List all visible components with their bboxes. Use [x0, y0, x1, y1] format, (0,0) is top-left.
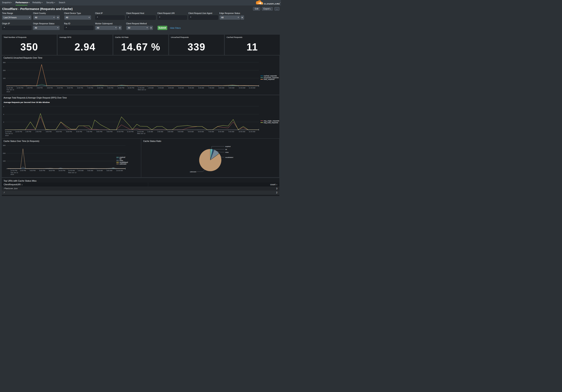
svg-text:1:00 AM: 1:00 AM	[148, 87, 153, 89]
svg-text:4:00 AM: 4:00 AM	[178, 87, 184, 89]
svg-text:2:00 AM: 2:00 AM	[157, 131, 163, 133]
svg-text:8:00 AM: 8:00 AM	[218, 87, 224, 89]
svg-text:10:00 AM: 10:00 AM	[116, 170, 123, 172]
svg-text:6:00 PM: 6:00 PM	[77, 87, 83, 89]
svg-text:10:00 PM: 10:00 PM	[117, 131, 123, 133]
svg-text:2: 2	[3, 121, 4, 123]
svg-text:3:00 PM: 3:00 PM	[47, 87, 53, 89]
svg-text:9:00 PM: 9:00 PM	[107, 87, 113, 89]
svg-text:2:00 PM: 2:00 PM	[37, 87, 43, 89]
svg-text:11:00 AM: 11:00 AM	[7, 87, 13, 89]
svg-text:3:00 AM: 3:00 AM	[168, 87, 174, 89]
svg-text:12:00 PM: 12:00 PM	[10, 170, 17, 172]
svg-text:10:00 PM: 10:00 PM	[117, 87, 124, 89]
svg-text:1:00 AM: 1:00 AM	[147, 131, 153, 133]
svg-text:11:00 PM: 11:00 PM	[128, 87, 134, 89]
svg-text:8:00 AM: 8:00 AM	[106, 170, 112, 172]
svg-text:Wed Jun 12: Wed Jun 12	[68, 172, 76, 173]
svg-text:12:00 AM: 12:00 AM	[137, 131, 143, 133]
svg-text:5:00 AM: 5:00 AM	[188, 87, 194, 89]
svg-text:6:00 AM: 6:00 AM	[198, 87, 204, 89]
svg-text:4:00 AM: 4:00 AM	[87, 170, 93, 172]
svg-text:300: 300	[3, 145, 6, 146]
svg-text:4:00 PM: 4:00 PM	[57, 87, 63, 89]
svg-text:6: 6	[3, 106, 4, 107]
svg-text:Tue Jun 11: Tue Jun 11	[7, 89, 14, 91]
svg-text:12:00 AM: 12:00 AM	[68, 170, 75, 172]
svg-text:10:00 AM: 10:00 AM	[239, 87, 245, 89]
svg-text:total_requests: total_requests	[264, 78, 274, 80]
svg-text:8:00 AM: 8:00 AM	[218, 131, 224, 133]
svg-text:9:00 AM: 9:00 AM	[228, 131, 234, 133]
svg-text:4: 4	[3, 114, 4, 115]
svg-text:6:00 PM: 6:00 PM	[39, 170, 45, 172]
svg-text:4:00 PM: 4:00 PM	[30, 170, 35, 172]
svg-text:200: 200	[3, 69, 6, 71]
svg-text:hit: hit	[225, 149, 227, 150]
svg-text:11:00 AM: 11:00 AM	[5, 131, 12, 133]
svg-text:9:00 AM: 9:00 AM	[228, 87, 234, 89]
svg-text:2:00 AM: 2:00 AM	[158, 87, 164, 89]
svg-text:4:00 PM: 4:00 PM	[56, 131, 62, 133]
svg-text:8:00 PM: 8:00 PM	[49, 170, 55, 172]
svg-text:7:00 AM: 7:00 AM	[208, 131, 214, 133]
svg-text:unknown: unknown	[119, 163, 126, 165]
svg-text:9:00 PM: 9:00 PM	[107, 131, 113, 133]
svg-text:2:00 PM: 2:00 PM	[20, 170, 26, 172]
svg-text:7:00 AM: 7:00 AM	[208, 87, 214, 89]
svg-text:10:00 PM: 10:00 PM	[59, 170, 65, 172]
svg-text:100: 100	[3, 77, 6, 79]
svg-text:miss: miss	[225, 151, 228, 153]
svg-text:2019: 2019	[7, 91, 10, 92]
svg-text:®: ®	[280, 2, 281, 3]
svg-text:5:00 PM: 5:00 PM	[67, 87, 73, 89]
svg-text:8:00 PM: 8:00 PM	[97, 87, 103, 89]
svg-text:2019: 2019	[10, 173, 14, 175]
svg-text:200: 200	[3, 152, 6, 154]
svg-text:7:00 PM: 7:00 PM	[87, 87, 93, 89]
svg-text:unknown: unknown	[190, 171, 197, 173]
svg-text:11:00 AM: 11:00 AM	[249, 131, 255, 133]
svg-text:expired: expired	[225, 146, 231, 148]
svg-text:Wed Jun 12: Wed Jun 12	[137, 133, 145, 134]
svg-text:Wed Jun 12: Wed Jun 12	[138, 89, 146, 91]
svg-text:3:00 PM: 3:00 PM	[46, 131, 51, 133]
svg-text:8:00 PM: 8:00 PM	[96, 131, 102, 133]
svg-text:10:00 AM: 10:00 AM	[238, 131, 245, 133]
svg-text:4:00 AM: 4:00 AM	[178, 131, 183, 133]
svg-text:revalidated: revalidated	[225, 156, 233, 158]
svg-text:300: 300	[3, 62, 6, 63]
svg-text:Tue Jun 11: Tue Jun 11	[10, 172, 18, 173]
svg-text:5:00 AM: 5:00 AM	[188, 131, 193, 133]
svg-text:2:00 AM: 2:00 AM	[78, 170, 83, 172]
svg-text:1:00 PM: 1:00 PM	[27, 87, 33, 89]
svg-text:6:00 PM: 6:00 PM	[76, 131, 82, 133]
svg-text:12:00 AM: 12:00 AM	[138, 87, 144, 89]
svg-text:7:00 PM: 7:00 PM	[86, 131, 92, 133]
svg-text:CLOUDFLARE: CLOUDFLARE	[264, 2, 280, 5]
svg-text:5:00 PM: 5:00 PM	[66, 131, 72, 133]
svg-text:12:00 PM: 12:00 PM	[15, 131, 22, 133]
svg-text:avg_total_requests: avg_total_requests	[264, 122, 278, 124]
svg-text:2:00 PM: 2:00 PM	[35, 131, 41, 133]
svg-text:Tue Jun 11: Tue Jun 11	[5, 133, 13, 134]
svg-text:3:00 AM: 3:00 AM	[167, 131, 173, 133]
svg-text:100: 100	[3, 160, 6, 162]
svg-text:1:00 PM: 1:00 PM	[25, 131, 31, 133]
svg-text:11:00 PM: 11:00 PM	[127, 131, 133, 133]
svg-text:11:00 AM: 11:00 AM	[249, 87, 255, 89]
svg-text:12:00 PM: 12:00 PM	[16, 87, 23, 89]
svg-text:6:00 AM: 6:00 AM	[97, 170, 103, 172]
svg-text:2019: 2019	[5, 135, 9, 136]
svg-text:6:00 AM: 6:00 AM	[198, 131, 204, 133]
